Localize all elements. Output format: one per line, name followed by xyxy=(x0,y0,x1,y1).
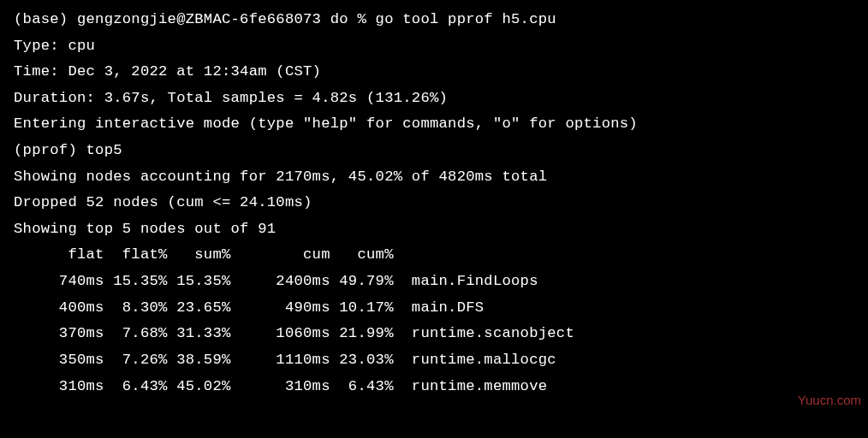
table-row: 310ms 6.43% 45.02% 310ms 6.43% runtime.m… xyxy=(14,374,854,400)
table-row: 400ms 8.30% 23.65% 490ms 10.17% main.DFS xyxy=(14,295,854,322)
shell-prompt-line[interactable]: (base) gengzongjie@ZBMAC-6fe668073 do % … xyxy=(14,7,854,33)
type-line: Type: cpu xyxy=(14,33,854,60)
table-row: 350ms 7.26% 38.59% 1110ms 23.03% runtime… xyxy=(14,347,854,374)
table-row: 370ms 7.68% 31.33% 1060ms 21.99% runtime… xyxy=(14,321,854,347)
showing-summary-line: Showing nodes accounting for 2170ms, 45.… xyxy=(14,164,854,191)
time-line: Time: Dec 3, 2022 at 12:34am (CST) xyxy=(14,59,854,86)
pprof-prompt-line[interactable]: (pprof) top5 xyxy=(14,138,854,164)
dropped-line: Dropped 52 nodes (cum <= 24.10ms) xyxy=(14,190,854,216)
table-row: 740ms 15.35% 15.35% 2400ms 49.79% main.F… xyxy=(14,269,854,295)
table-header: flat flat% sum% cum cum% xyxy=(14,242,854,269)
top-count-line: Showing top 5 nodes out of 91 xyxy=(14,216,854,243)
mode-line: Entering interactive mode (type "help" f… xyxy=(14,111,854,138)
watermark-text: Yuucn.com xyxy=(798,389,861,412)
duration-line: Duration: 3.67s, Total samples = 4.82s (… xyxy=(14,86,854,112)
